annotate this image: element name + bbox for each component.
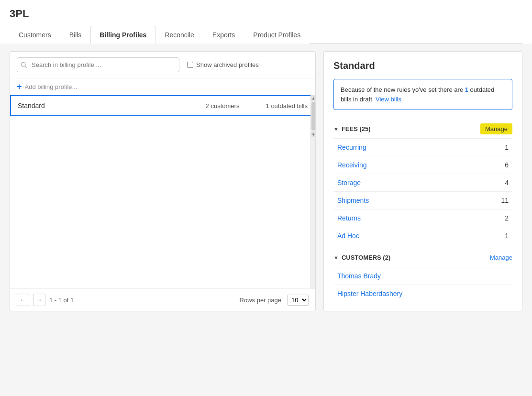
fee-row-shipments: Shipments 11 bbox=[333, 192, 512, 209]
scrollbar-down-arrow[interactable]: ▼ bbox=[311, 132, 315, 137]
scrollbar[interactable]: ▲ ▼ bbox=[310, 95, 315, 288]
profile-customers: 2 customers bbox=[199, 102, 246, 110]
scrollbar-thumb[interactable] bbox=[311, 102, 315, 131]
right-panel-title: Standard bbox=[333, 60, 512, 71]
add-profile-label: Add billing profile... bbox=[25, 83, 78, 90]
tab-exports[interactable]: Exports bbox=[203, 26, 244, 44]
add-profile-button[interactable]: + bbox=[17, 82, 22, 91]
left-panel: Show archived profiles + Add billing pro… bbox=[10, 51, 316, 311]
svg-line-1 bbox=[25, 66, 26, 67]
customer-name-thomas[interactable]: Thomas Brady bbox=[337, 272, 509, 280]
fee-count-receiving: 6 bbox=[505, 161, 509, 169]
tab-customers[interactable]: Customers bbox=[10, 26, 60, 44]
tab-product-profiles[interactable]: Product Profiles bbox=[244, 26, 310, 44]
fees-section: ▼ FEES (25) Manage Recurring 1 Receiving… bbox=[333, 120, 512, 244]
customers-list: Thomas Brady Hipster Haberdashery bbox=[333, 267, 512, 302]
fee-count-returns: 2 bbox=[505, 214, 509, 222]
profile-list: Standard 2 customers 1 outdated bills ▲ … bbox=[10, 95, 315, 288]
fee-count-shipments: 11 bbox=[501, 197, 509, 204]
notice-box: Because of the new rules yo've set there… bbox=[333, 79, 512, 110]
right-panel: Standard Because of the new rules yo've … bbox=[323, 51, 522, 311]
fees-list: Recurring 1 Receiving 6 Storage 4 Shipme… bbox=[333, 139, 512, 244]
tab-reconcile[interactable]: Reconcile bbox=[155, 26, 203, 44]
customers-toggle[interactable]: ▼ bbox=[333, 255, 339, 261]
fee-count-adhoc: 1 bbox=[505, 232, 509, 240]
search-icon bbox=[21, 62, 27, 68]
notice-text-before: Because of the new rules yo've set there… bbox=[341, 86, 465, 93]
add-profile-row: + Add billing profile... bbox=[10, 78, 315, 95]
show-archived-text: Show archived profiles bbox=[196, 61, 259, 68]
customers-section: ▼ CUSTOMERS (2) Manage Thomas Brady Hips… bbox=[333, 248, 512, 302]
rows-per-page-select[interactable]: 10 25 50 bbox=[287, 295, 309, 306]
app-header: 3PL Customers Bills Billing Profiles Rec… bbox=[0, 0, 532, 44]
notice-count: 1 bbox=[465, 86, 468, 93]
search-input[interactable] bbox=[17, 57, 179, 72]
scrollbar-up-arrow[interactable]: ▲ bbox=[311, 95, 315, 101]
main-content: Show archived profiles + Add billing pro… bbox=[0, 44, 532, 319]
view-bills-link[interactable]: View bills bbox=[376, 96, 401, 103]
app-title: 3PL bbox=[10, 8, 522, 20]
fee-count-storage: 4 bbox=[505, 179, 509, 187]
fees-section-header: ▼ FEES (25) Manage bbox=[333, 120, 512, 139]
customer-row-thomas: Thomas Brady bbox=[333, 267, 512, 285]
fee-name-storage[interactable]: Storage bbox=[337, 179, 505, 187]
profile-outdated: 1 outdated bills bbox=[250, 102, 308, 110]
fee-row-storage: Storage 4 bbox=[333, 174, 512, 192]
fees-toggle[interactable]: ▼ bbox=[333, 126, 339, 132]
fee-name-adhoc[interactable]: Ad Hoc bbox=[337, 232, 505, 240]
customers-section-title: CUSTOMERS (2) bbox=[342, 254, 490, 261]
fee-count-recurring: 1 bbox=[505, 143, 509, 151]
tab-bills[interactable]: Bills bbox=[60, 26, 91, 44]
show-archived-checkbox[interactable] bbox=[187, 62, 193, 68]
search-input-wrapper bbox=[17, 57, 179, 72]
fee-row-recurring: Recurring 1 bbox=[333, 139, 512, 156]
fee-row-adhoc: Ad Hoc 1 bbox=[333, 227, 512, 244]
customer-row-hipster: Hipster Haberdashery bbox=[333, 285, 512, 302]
customer-name-hipster[interactable]: Hipster Haberdashery bbox=[337, 290, 509, 297]
customers-manage-button[interactable]: Manage bbox=[490, 252, 512, 263]
rows-per-page-label: Rows per page bbox=[240, 297, 281, 304]
pagination-bar: ← → 1 - 1 of 1 Rows per page 10 25 50 bbox=[10, 288, 315, 311]
search-bar-area: Show archived profiles bbox=[10, 52, 315, 78]
page-info: 1 - 1 of 1 bbox=[49, 297, 236, 304]
fees-manage-button[interactable]: Manage bbox=[480, 123, 512, 134]
fee-row-returns: Returns 2 bbox=[333, 209, 512, 227]
prev-page-button[interactable]: ← bbox=[17, 294, 29, 306]
fee-name-receiving[interactable]: Receiving bbox=[337, 161, 505, 169]
customers-section-header: ▼ CUSTOMERS (2) Manage bbox=[333, 248, 512, 267]
next-page-button[interactable]: → bbox=[33, 294, 45, 306]
fee-name-recurring[interactable]: Recurring bbox=[337, 143, 505, 151]
tab-billing-profiles[interactable]: Billing Profiles bbox=[90, 26, 155, 44]
fees-section-title: FEES (25) bbox=[342, 125, 480, 132]
fee-name-returns[interactable]: Returns bbox=[337, 214, 505, 222]
show-archived-label[interactable]: Show archived profiles bbox=[187, 61, 259, 68]
profile-name: Standard bbox=[18, 102, 195, 110]
profile-row[interactable]: Standard 2 customers 1 outdated bills bbox=[10, 95, 315, 116]
fee-name-shipments[interactable]: Shipments bbox=[337, 197, 501, 204]
fee-row-receiving: Receiving 6 bbox=[333, 156, 512, 174]
nav-tabs: Customers Bills Billing Profiles Reconci… bbox=[10, 26, 522, 44]
